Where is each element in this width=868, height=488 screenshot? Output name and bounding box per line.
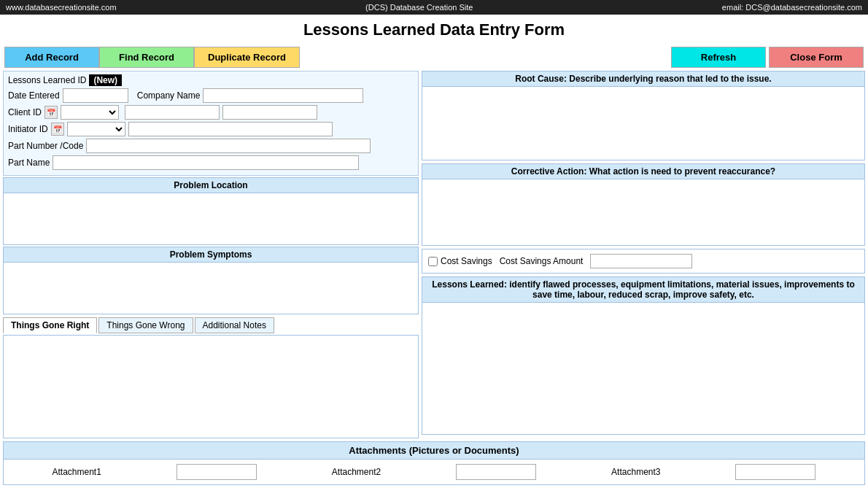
client-id-input1[interactable] [125,105,220,120]
corrective-action-textarea[interactable] [422,179,864,245]
cost-savings-checkbox[interactable] [428,257,438,266]
lessons-learned-textarea-box [422,302,864,434]
lessons-learned-textarea[interactable] [422,303,864,434]
problem-location-textarea[interactable] [4,193,418,244]
part-name-label: Part Name [8,158,50,168]
company-name-label: Company Name [137,90,201,101]
initiator-id-select[interactable] [67,122,125,136]
part-number-label: Part Number /Code [8,141,83,151]
date-entered-label: Date Entered [8,90,60,101]
attachment2-input[interactable] [456,464,536,480]
close-form-button[interactable]: Close Form [769,47,864,68]
tab-things-gone-right[interactable]: Things Gone Right [3,317,97,333]
attachments-row: Attachment1 Attachment2 Attachment3 [4,459,864,484]
cost-savings-amount-label: Cost Savings Amount [500,256,584,266]
attachments-header: Attachments (Pictures or Documents) [4,442,864,459]
toolbar-right: Refresh Close Form [671,47,864,68]
problem-location-header: Problem Location [4,178,418,193]
client-id-calendar-icon[interactable]: 📅 [44,106,58,119]
part-number-input[interactable] [86,139,371,153]
lessons-learned-id-row: Lessons Learned ID (New) [8,74,414,86]
root-cause-textarea[interactable] [422,87,864,160]
cost-savings-row: Cost Savings Cost Savings Amount [422,249,865,274]
corrective-action-section: Corrective Action: What action is need t… [422,163,865,246]
cost-savings-checkbox-label[interactable]: Cost Savings [428,256,492,266]
toolbar: Add Record Find Record Duplicate Record … [0,44,868,71]
attachment3-input[interactable] [735,464,815,480]
attachment3-label: Attachment3 [611,467,660,477]
client-id-label: Client ID [8,107,42,117]
lessons-learned-id-label: Lessons Learned ID [8,75,86,85]
client-id-row: Client ID 📅 [8,105,414,120]
cost-savings-amount-input[interactable] [590,254,692,268]
left-panel: Lessons Learned ID (New) Date Entered Co… [3,71,419,438]
attachment1-input[interactable] [177,464,257,480]
problem-symptoms-header: Problem Symptoms [4,247,418,263]
part-name-row: Part Name [8,155,414,170]
right-panel: Root Cause: Describe underlying reason t… [422,71,865,438]
tab-content-area [3,335,419,438]
attachments-section: Attachments (Pictures or Documents) Atta… [3,441,865,485]
add-record-button[interactable]: Add Record [4,47,99,68]
tab-additional-notes[interactable]: Additional Notes [195,317,274,333]
initiator-id-row: Initiator ID 📅 [8,122,414,136]
tabs-bar: Things Gone Right Things Gone Wrong Addi… [3,317,419,333]
website-left: www.databasecreationsite.com [6,3,117,12]
client-id-select1[interactable] [61,105,119,120]
tab-content-textarea[interactable] [4,336,418,438]
duplicate-record-button[interactable]: Duplicate Record [194,47,300,68]
lessons-learned-section: Lessons Learned: identify flawed process… [422,276,865,435]
date-entered-input[interactable] [63,88,128,103]
email-right: email: DCS@databasecreationsite.com [722,3,862,12]
cost-savings-label: Cost Savings [441,256,492,266]
top-bar: www.databasecreationsite.com (DCS) Datab… [0,0,868,15]
attachment1-label: Attachment1 [52,467,101,477]
initiator-id-label: Initiator ID [8,124,48,134]
part-name-input[interactable] [53,155,359,170]
find-record-button[interactable]: Find Record [99,47,194,68]
attachment2-label: Attachment2 [332,467,381,477]
site-center: (DCS) Database Creation Site [365,3,473,12]
main-layout: Lessons Learned ID (New) Date Entered Co… [0,71,868,438]
corrective-action-header: Corrective Action: What action is need t… [422,164,864,179]
problem-symptoms-textarea[interactable] [4,263,418,314]
tab-things-gone-wrong[interactable]: Things Gone Wrong [98,317,193,333]
problem-symptoms-section: Problem Symptoms [3,247,419,314]
refresh-button[interactable]: Refresh [671,47,766,68]
part-number-row: Part Number /Code [8,139,414,153]
root-cause-section: Root Cause: Describe underlying reason t… [422,71,865,160]
problem-location-section: Problem Location [3,177,419,245]
root-cause-header: Root Cause: Describe underlying reason t… [422,71,864,87]
lessons-learned-id-value: (New) [89,74,122,86]
lessons-learned-section-header: Lessons Learned: identify flawed process… [422,277,864,302]
initiator-id-input[interactable] [128,122,333,136]
company-name-input[interactable] [203,88,363,103]
fields-section: Lessons Learned ID (New) Date Entered Co… [3,71,419,176]
client-id-input2[interactable] [222,105,317,120]
initiator-id-calendar-icon[interactable]: 📅 [51,123,64,136]
date-company-row: Date Entered Company Name [8,88,414,103]
page-title: Lessons Learned Data Entry Form [0,15,868,44]
